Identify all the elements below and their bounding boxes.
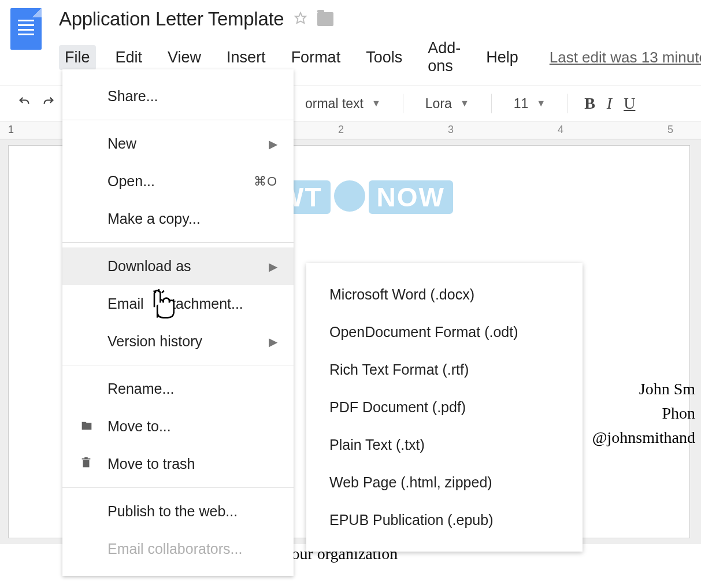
label: New [107,135,136,152]
menu-item-download-as[interactable]: Download as▶ [62,247,294,285]
menu-item-share[interactable]: Share... [62,77,294,115]
font-label: Lora [425,96,452,112]
menu-item-open[interactable]: Open...⌘O [62,162,294,200]
document-header-block: John Sm Phon @johnsmithand [592,377,695,450]
separator [62,242,294,243]
watermark-logo-icon [334,180,365,212]
menu-item-version-history[interactable]: Version history▶ [62,323,294,360]
menu-help[interactable]: Help [480,45,524,70]
chevron-down-icon: ▼ [536,98,546,109]
label: Email collaborators... [107,541,242,557]
doc-text: @johnsmithand [592,426,695,450]
menu-format[interactable]: Format [285,45,347,70]
ruler-left-margin: 1 [0,124,14,136]
label: Move to trash [107,456,195,472]
underline-button[interactable]: U [624,94,635,113]
star-icon[interactable] [294,12,307,27]
label: Download as [107,258,191,275]
docs-app-icon[interactable] [10,8,42,50]
chevron-right-icon: ▶ [269,335,277,349]
label: Publish to the web... [107,503,238,520]
font-dropdown[interactable]: Lora ▼ [420,96,475,112]
menu-addons[interactable]: Add-ons [422,36,466,79]
label: Rename... [107,380,174,397]
menu-item-rename[interactable]: Rename... [62,370,294,408]
menu-item-make-copy[interactable]: Make a copy... [62,200,294,238]
menu-item-move-to-trash[interactable]: Move to trash [62,445,294,483]
ruler-tick: 2 [338,124,344,136]
submenu-item-docx[interactable]: Microsoft Word (.docx) [306,276,583,313]
watermark-right: NOW [369,180,453,214]
menu-insert[interactable]: Insert [221,45,272,70]
folder-icon[interactable] [317,12,333,26]
undo-icon[interactable] [16,95,32,112]
ruler-tick: 3 [448,124,454,136]
last-edit-link[interactable]: Last edit was 13 minute [550,49,701,66]
ruler-tick: 5 [667,124,673,136]
trash-icon [80,456,92,473]
chevron-down-icon: ▼ [460,98,469,109]
menu-item-new[interactable]: New▶ [62,125,294,162]
submenu-item-html[interactable]: Web Page (.html, zipped) [306,464,583,501]
paragraph-style-dropdown[interactable]: ormal text ▼ [299,96,387,112]
chevron-right-icon: ▶ [269,260,277,273]
doc-text: John Sm [592,377,695,401]
menu-item-email-attachment[interactable]: Email attachment... [62,285,294,323]
separator [62,487,294,488]
menu-view[interactable]: View [162,45,207,70]
document-title[interactable]: Application Letter Template [59,8,284,30]
submenu-item-pdf[interactable]: PDF Document (.pdf) [306,389,583,426]
menu-tools[interactable]: Tools [360,45,408,70]
label: Email attachment... [107,295,243,312]
doc-text: Phon [592,401,695,426]
file-menu-dropdown: Share... New▶ Open...⌘O Make a copy... D… [62,69,294,576]
submenu-item-rtf[interactable]: Rich Text Format (.rtf) [306,351,583,389]
label: Make a copy... [107,210,201,227]
menu-edit[interactable]: Edit [110,45,149,70]
chevron-right-icon: ▶ [269,137,277,151]
svg-marker-0 [295,13,306,23]
redo-icon[interactable] [40,95,57,112]
menu-item-move-to[interactable]: Move to... [62,408,294,445]
submenu-item-epub[interactable]: EPUB Publication (.epub) [306,501,583,539]
menu-item-email-collaborators[interactable]: Email collaborators... [62,530,294,568]
italic-button[interactable]: I [607,94,612,113]
shortcut: ⌘O [254,174,277,189]
size-label: 11 [514,96,529,112]
ruler-tick: 4 [558,124,563,136]
label: Version history [107,333,202,350]
font-size-dropdown[interactable]: 11 ▼ [508,96,551,112]
chevron-down-icon: ▼ [372,98,381,109]
label: Open... [107,173,155,190]
submenu-item-odt[interactable]: OpenDocument Format (.odt) [306,313,583,351]
label: Move to... [107,418,171,435]
folder-icon [80,418,94,435]
menu-file[interactable]: File [59,45,96,70]
separator [62,120,294,120]
download-as-submenu: Microsoft Word (.docx) OpenDocument Form… [306,263,583,552]
separator [62,365,294,365]
submenu-item-txt[interactable]: Plain Text (.txt) [306,426,583,464]
label: Share... [107,88,158,105]
bold-button[interactable]: B [584,94,595,113]
menu-item-publish[interactable]: Publish to the web... [62,493,294,530]
style-label: ormal text [305,96,364,112]
